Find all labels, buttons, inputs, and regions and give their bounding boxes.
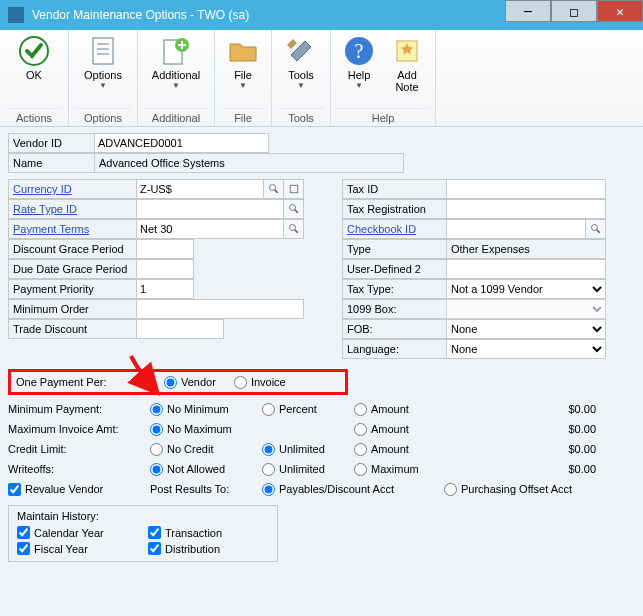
ribbon-group-help: Help: [337, 108, 429, 126]
lookup-button[interactable]: [284, 219, 304, 239]
svg-point-17: [591, 225, 597, 231]
post-purchasing-radio[interactable]: Purchasing Offset Acct: [444, 483, 572, 496]
lookup-button[interactable]: [264, 179, 284, 199]
due-date-grace-field[interactable]: [136, 259, 194, 279]
writeoff-unlimited-radio[interactable]: Unlimited: [262, 463, 342, 476]
tax-registration-label: Tax Registration: [342, 199, 446, 219]
history-distribution-checkbox[interactable]: Distribution: [148, 542, 269, 555]
discount-grace-label: Discount Grace Period: [8, 239, 136, 259]
trade-discount-field[interactable]: [136, 319, 224, 339]
tools-button[interactable]: Tools ▼: [278, 32, 324, 90]
payment-priority-label: Payment Priority: [8, 279, 136, 299]
history-calendar-checkbox[interactable]: Calendar Year: [17, 526, 138, 539]
vendor-id-field[interactable]: [94, 133, 269, 153]
post-payables-radio[interactable]: Payables/Discount Acct: [262, 483, 432, 496]
minimum-order-label: Minimum Order: [8, 299, 136, 319]
tax-id-label: Tax ID: [342, 179, 446, 199]
folder-icon: [227, 35, 259, 67]
currency-id-field[interactable]: [136, 179, 264, 199]
maxinv-amount-value: $0.00: [446, 423, 596, 435]
minpay-nomin-radio[interactable]: No Minimum: [150, 403, 250, 416]
chevron-down-icon: ▼: [355, 81, 363, 90]
rate-type-id-field[interactable]: [136, 199, 284, 219]
fob-select[interactable]: None: [446, 319, 606, 339]
name-value: Advanced Office Systems: [94, 153, 404, 173]
discount-grace-field[interactable]: [136, 239, 194, 259]
svg-rect-1: [93, 38, 113, 64]
trade-discount-label: Trade Discount: [8, 319, 136, 339]
checkbook-id-label[interactable]: Checkbook ID: [342, 219, 446, 239]
type-label: Type: [342, 239, 446, 259]
language-label: Language:: [342, 339, 446, 359]
user-defined2-field[interactable]: [446, 259, 606, 279]
file-button[interactable]: File ▼: [221, 32, 265, 90]
history-transaction-checkbox[interactable]: Transaction: [148, 526, 269, 539]
maxinv-amount-radio[interactable]: Amount: [354, 423, 434, 436]
tools-icon: [285, 35, 317, 67]
writeoffs-label: Writeoffs:: [8, 463, 138, 475]
minimize-button[interactable]: ─: [505, 0, 551, 22]
payment-terms-field[interactable]: [136, 219, 284, 239]
tax-type-select[interactable]: Not a 1099 Vendor: [446, 279, 606, 299]
help-button[interactable]: ? Help ▼: [337, 32, 381, 93]
credit-nocredit-radio[interactable]: No Credit: [150, 443, 250, 456]
one-payment-vendor-radio[interactable]: Vendor: [164, 376, 216, 389]
credit-limit-label: Credit Limit:: [8, 443, 138, 455]
maximize-button[interactable]: □: [551, 0, 597, 22]
tax-registration-field[interactable]: [446, 199, 606, 219]
minpay-percent-radio[interactable]: Percent: [262, 403, 342, 416]
name-label: Name: [8, 153, 94, 173]
chevron-down-icon: ▼: [239, 81, 247, 90]
credit-unlimited-radio[interactable]: Unlimited: [262, 443, 342, 456]
post-results-to-label: Post Results To:: [150, 483, 250, 495]
fob-label: FOB:: [342, 319, 446, 339]
writeoff-maximum-radio[interactable]: Maximum: [354, 463, 434, 476]
lookup-button[interactable]: [586, 219, 606, 239]
tax-id-field[interactable]: [446, 179, 606, 199]
close-button[interactable]: ✕: [597, 0, 643, 22]
check-circle-icon: [18, 35, 50, 67]
vendor-id-label: Vendor ID: [8, 133, 94, 153]
svg-text:?: ?: [355, 40, 364, 62]
maxinv-nomax-radio[interactable]: No Maximum: [150, 423, 250, 436]
maintain-history-legend: Maintain History:: [17, 510, 269, 522]
ribbon-group-additional: Additional: [144, 108, 208, 126]
payment-priority-field[interactable]: [136, 279, 194, 299]
one-payment-per-group: One Payment Per: Vendor Invoice: [8, 369, 348, 395]
due-date-grace-label: Due Date Grace Period: [8, 259, 136, 279]
ok-button[interactable]: OK: [6, 32, 62, 89]
minimum-order-field[interactable]: [136, 299, 304, 319]
svg-point-10: [269, 185, 275, 191]
box1099-select: [446, 299, 606, 319]
additional-button[interactable]: Additional ▼: [144, 32, 208, 90]
user-defined2-label: User-Defined 2: [342, 259, 446, 279]
svg-point-15: [289, 225, 295, 231]
history-fiscal-checkbox[interactable]: Fiscal Year: [17, 542, 138, 555]
svg-line-16: [294, 230, 297, 233]
type-value: Other Expenses: [446, 239, 606, 259]
one-payment-invoice-radio[interactable]: Invoice: [234, 376, 286, 389]
checkbook-id-field[interactable]: [446, 219, 586, 239]
svg-point-13: [289, 205, 295, 211]
lookup-button[interactable]: [284, 199, 304, 219]
expand-button[interactable]: [284, 179, 304, 199]
rate-type-id-label[interactable]: Rate Type ID: [8, 199, 136, 219]
window-title: Vendor Maintenance Options - TWO (sa): [32, 8, 249, 22]
revalue-vendor-checkbox[interactable]: Revalue Vendor: [8, 483, 138, 496]
options-button[interactable]: Options ▼: [75, 32, 131, 90]
minpay-amount-radio[interactable]: Amount: [354, 403, 434, 416]
credit-amount-value: $0.00: [446, 443, 596, 455]
add-note-button[interactable]: Add Note: [385, 32, 429, 93]
svg-rect-12: [290, 185, 298, 193]
writeoff-notallowed-radio[interactable]: Not Allowed: [150, 463, 250, 476]
document-list-icon: [87, 35, 119, 67]
language-select[interactable]: None: [446, 339, 606, 359]
help-icon: ?: [343, 35, 375, 67]
payment-terms-label[interactable]: Payment Terms: [8, 219, 136, 239]
writeoff-amount-value: $0.00: [446, 463, 596, 475]
minpay-amount-value: $0.00: [446, 403, 596, 415]
ribbon-group-file: File: [221, 108, 265, 126]
credit-amount-radio[interactable]: Amount: [354, 443, 434, 456]
box1099-label: 1099 Box:: [342, 299, 446, 319]
currency-id-label[interactable]: Currency ID: [8, 179, 136, 199]
